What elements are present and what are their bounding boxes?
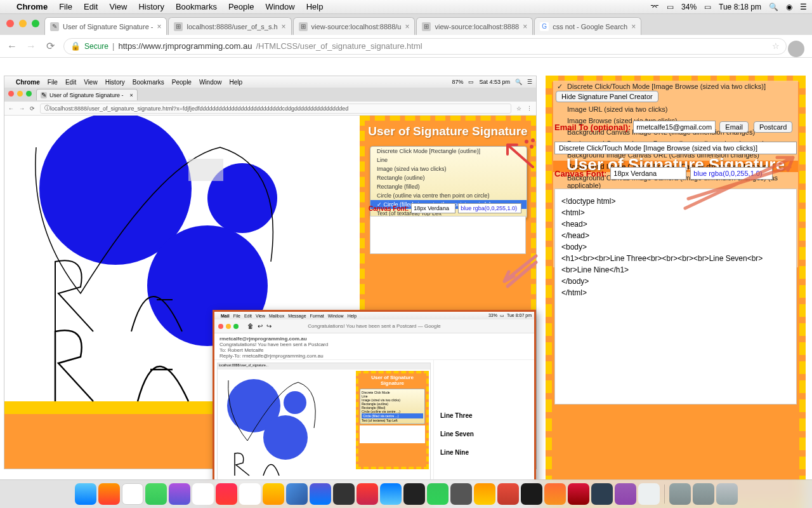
siri-icon[interactable]: ◉ xyxy=(786,3,792,11)
clock: Tue 8:18 pm xyxy=(719,3,761,11)
signature-panel: Discrete Click/Touch Mode [Image Browse … xyxy=(546,76,806,507)
macos-dock[interactable] xyxy=(0,479,812,508)
address-bar-row: ← → ⟳ 🔒 Secure | https://www.rjmprogramm… xyxy=(0,35,812,58)
airplay-icon[interactable]: ▭ xyxy=(667,3,674,11)
tab-2[interactable]: ⊞view-source:localhost:8888/u× xyxy=(293,17,416,35)
address-bar[interactable]: 🔒 Secure | https://www.rjmprogramming.co… xyxy=(63,38,787,55)
dock-app-icon[interactable] xyxy=(75,483,96,505)
close-icon[interactable]: × xyxy=(523,22,527,31)
trash-icon[interactable]: 🗑 xyxy=(247,323,254,330)
dock-app-icon[interactable] xyxy=(98,483,120,505)
email-field[interactable] xyxy=(633,121,716,133)
inner-url: localhost:8888/user_of_signature_signatu… xyxy=(50,105,348,112)
code-textarea[interactable]: <!doctype html> <html> <head> </head> <b… xyxy=(554,189,797,404)
battery-icon: ▭ xyxy=(704,3,711,11)
email-label: Email To (optional): xyxy=(554,123,631,132)
forward-icon[interactable]: ↪ xyxy=(266,323,272,330)
dock-app-icon[interactable] xyxy=(521,483,542,505)
postcard-button[interactable]: Postcard xyxy=(754,121,792,133)
dock-app-icon[interactable] xyxy=(357,483,378,505)
tab-1[interactable]: ⊞localhost:8888/user_of_s_s.h× xyxy=(168,17,291,35)
canvas-color-input[interactable] xyxy=(690,167,773,180)
dock-app-icon[interactable] xyxy=(497,483,519,505)
canvas-font-input[interactable] xyxy=(411,203,455,213)
profile-avatar[interactable] xyxy=(788,41,804,57)
dock-trash-icon[interactable] xyxy=(716,483,738,505)
page-viewport: Chrome File Edit View History Bookmarks … xyxy=(0,72,812,479)
dock-app-icon[interactable] xyxy=(239,483,261,505)
menu-view[interactable]: View xyxy=(109,2,127,11)
secure-label: Secure xyxy=(84,42,108,51)
menu-people[interactable]: People xyxy=(228,2,254,11)
macos-menubar: Chrome File Edit View History Bookmarks … xyxy=(0,0,812,14)
menu-help[interactable]: Help xyxy=(306,2,324,11)
ctx-item[interactable]: Image URL (sized via two clicks) xyxy=(553,104,798,115)
dock-app-icon[interactable] xyxy=(333,483,355,505)
email-button[interactable]: Email xyxy=(719,121,749,133)
menu-history[interactable]: History xyxy=(138,2,164,11)
menu-window[interactable]: Window xyxy=(265,2,294,11)
chrome-window: ✎User of Signature Signature -× ⊞localho… xyxy=(0,14,812,479)
wifi-icon[interactable]: ⌤ xyxy=(650,3,659,11)
zoom-button[interactable] xyxy=(32,20,39,27)
dock-app-icon[interactable] xyxy=(169,483,190,505)
tab-4[interactable]: Gcss not - Google Search× xyxy=(534,17,641,35)
dock-app-icon[interactable] xyxy=(638,483,660,505)
dock-app-icon[interactable] xyxy=(263,483,284,505)
back-button[interactable]: ← xyxy=(6,41,18,52)
window-controls xyxy=(6,20,39,27)
forward-button[interactable]: → xyxy=(25,41,37,52)
dock-app-icon[interactable] xyxy=(286,483,308,505)
dock-app-icon[interactable] xyxy=(122,483,143,505)
canvas-color-input[interactable] xyxy=(458,203,521,213)
svg-rect-3 xyxy=(188,159,223,181)
dock-app-icon[interactable] xyxy=(145,483,167,505)
dock-app-icon[interactable] xyxy=(380,483,402,505)
mode-select[interactable]: Discrete Click/Touch Mode [Image Browse … xyxy=(554,142,797,154)
close-icon[interactable]: × xyxy=(157,22,161,31)
close-button[interactable] xyxy=(6,20,14,27)
svg-point-6 xyxy=(263,415,308,460)
menu-edit[interactable]: Edit xyxy=(84,2,98,11)
dock-app-icon[interactable] xyxy=(427,483,449,505)
dock-app-icon[interactable] xyxy=(216,483,237,505)
tab-3[interactable]: ⊞view-source:localhost:8888× xyxy=(416,17,533,35)
url-host: https://www.rjmprogramming.com.au xyxy=(118,41,252,51)
dock-app-icon[interactable] xyxy=(450,483,472,505)
dock-folder-icon[interactable] xyxy=(669,483,691,505)
reload-button[interactable]: ⟳ xyxy=(44,41,56,52)
close-icon[interactable]: × xyxy=(282,22,286,31)
dock-app-icon[interactable] xyxy=(544,483,566,505)
inner-macos-menubar: Chrome File Edit View History Bookmarks … xyxy=(4,76,536,88)
dock-app-icon[interactable] xyxy=(403,483,425,505)
menu-bookmarks[interactable]: Bookmarks xyxy=(176,2,217,11)
dock-app-icon[interactable] xyxy=(591,483,613,505)
dock-app-icon[interactable] xyxy=(192,483,214,505)
url-path: /HTMLCSS/user_of_signature_signature.htm… xyxy=(256,41,422,51)
canvas-font-input[interactable] xyxy=(610,167,686,180)
dock-app-icon[interactable] xyxy=(615,483,636,505)
dock-app-icon[interactable] xyxy=(310,483,331,505)
notification-icon[interactable]: ☰ xyxy=(800,3,807,11)
canvas-font-label: Canvas Font: xyxy=(369,205,409,212)
mail-window: Mail File Edit View Mailbox Message Form… xyxy=(213,310,536,508)
canvas-font-label: Canvas Font: xyxy=(554,169,606,178)
hide-panel-button[interactable]: Hide Signature Panel Creator xyxy=(556,91,658,102)
dock-app-icon[interactable] xyxy=(568,483,589,505)
minimize-button[interactable] xyxy=(19,20,27,27)
close-icon[interactable]: × xyxy=(631,22,636,31)
menu-file[interactable]: File xyxy=(59,2,72,11)
close-icon[interactable]: × xyxy=(405,22,409,31)
lock-icon: 🔒 xyxy=(70,41,81,51)
dock-folder-icon[interactable] xyxy=(693,483,714,505)
dock-app-icon[interactable] xyxy=(474,483,495,505)
tab-0[interactable]: ✎User of Signature Signature -× xyxy=(44,17,167,35)
app-name[interactable]: Chrome xyxy=(16,2,48,11)
svg-point-5 xyxy=(284,391,306,414)
reply-icon[interactable]: ↩ xyxy=(258,323,263,330)
battery-percent: 34% xyxy=(681,3,697,11)
inner-app-name: Chrome xyxy=(16,79,40,86)
spotlight-icon[interactable]: 🔍 xyxy=(769,3,778,11)
inner-textarea[interactable] xyxy=(370,216,526,254)
star-icon[interactable]: ☆ xyxy=(772,41,780,51)
